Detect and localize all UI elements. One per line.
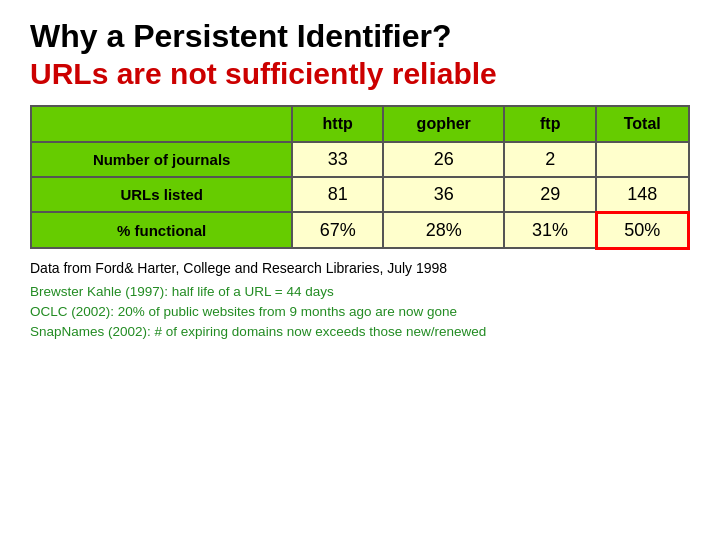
cell-0-total [596, 142, 689, 177]
cell-1-gopher: 36 [383, 177, 504, 213]
cell-0-ftp: 2 [504, 142, 596, 177]
notes-block: Brewster Kahle (1997): half life of a UR… [30, 282, 690, 343]
title-line2: URLs are not sufficiently reliable [30, 57, 690, 91]
cell-0-gopher: 26 [383, 142, 504, 177]
col-header-total: Total [596, 106, 689, 142]
main-container: Why a Persistent Identifier? URLs are no… [0, 0, 720, 359]
cell-0-http: 33 [292, 142, 383, 177]
note-3: SnapNames (2002): # of expiring domains … [30, 322, 690, 342]
source-text: Data from Ford& Harter, College and Rese… [30, 260, 690, 276]
data-table: http gopher ftp Total Number of journals… [30, 105, 690, 250]
row-label-0: Number of journals [31, 142, 292, 177]
cell-2-ftp: 31% [504, 212, 596, 248]
title-line1: Why a Persistent Identifier? [30, 18, 690, 55]
col-header-gopher: gopher [383, 106, 504, 142]
cell-1-ftp: 29 [504, 177, 596, 213]
cell-1-total: 148 [596, 177, 689, 213]
col-header-ftp: ftp [504, 106, 596, 142]
note-2: OCLC (2002): 20% of public websites from… [30, 302, 690, 322]
row-label-2: % functional [31, 212, 292, 248]
cell-2-gopher: 28% [383, 212, 504, 248]
cell-2-total: 50% [596, 212, 689, 248]
cell-1-http: 81 [292, 177, 383, 213]
cell-2-http: 67% [292, 212, 383, 248]
col-header-http: http [292, 106, 383, 142]
row-label-1: URLs listed [31, 177, 292, 213]
col-header-blank [31, 106, 292, 142]
note-1: Brewster Kahle (1997): half life of a UR… [30, 282, 690, 302]
